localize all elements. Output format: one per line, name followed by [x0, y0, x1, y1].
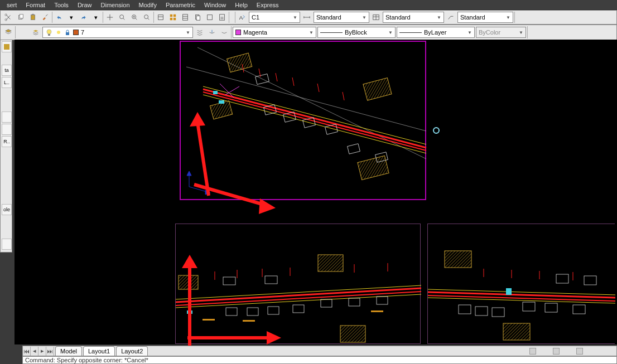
tab-layout2[interactable]: Layout2 — [116, 346, 148, 356]
hscroll[interactable] — [529, 348, 616, 355]
svg-rect-92 — [459, 305, 471, 314]
redo-icon[interactable] — [78, 12, 89, 23]
svg-point-23 — [57, 31, 60, 34]
mlead-style-icon[interactable] — [445, 12, 456, 23]
svg-marker-108 — [259, 198, 276, 214]
svg-rect-25 — [4, 44, 9, 50]
properties-toolbar: 7 ▼ Magenta ▼ ByBlock ▼ ByLayer ▼ ByColo… — [0, 25, 617, 40]
chevron-down-icon: ▼ — [186, 30, 190, 35]
mlead-style-value: Standard — [460, 14, 485, 21]
side-item[interactable] — [2, 124, 12, 135]
menu-parametric[interactable]: Parametric — [161, 2, 200, 8]
tab-nav-prev-icon[interactable]: ◂ — [31, 347, 38, 356]
side-item[interactable]: ta — [2, 65, 12, 76]
menu-format[interactable]: Format — [21, 2, 50, 8]
svg-rect-16 — [196, 16, 200, 20]
properties-icon[interactable] — [155, 12, 166, 23]
sheet-set-icon[interactable] — [192, 12, 203, 23]
side-item[interactable]: ole — [2, 204, 12, 215]
svg-rect-98 — [556, 274, 568, 283]
menu-dimension[interactable]: Dimension — [97, 2, 134, 8]
color-name: Magenta — [243, 29, 267, 36]
tab-layout1[interactable]: Layout1 — [83, 346, 115, 356]
scroll-thumb[interactable] — [553, 348, 560, 355]
svg-rect-52 — [219, 100, 224, 104]
svg-rect-69 — [293, 305, 304, 313]
side-item[interactable] — [2, 111, 12, 123]
side-item[interactable]: L.. — [2, 77, 12, 88]
svg-marker-112 — [267, 331, 281, 344]
svg-rect-91 — [503, 323, 530, 340]
tab-nav-next-icon[interactable]: ▸ — [38, 347, 46, 356]
plotstyle-dropdown[interactable]: ByColor ▼ — [476, 27, 526, 38]
layer-properties-icon[interactable] — [3, 27, 14, 38]
match-properties-icon[interactable] — [40, 12, 51, 23]
menu-window[interactable]: Window — [200, 2, 230, 8]
dim-style-icon[interactable] — [301, 12, 312, 23]
text-style-icon[interactable]: A — [237, 12, 248, 23]
svg-line-49 — [343, 92, 344, 100]
tab-nav-first-icon[interactable]: ⏮ — [23, 347, 31, 356]
caret-down-icon[interactable]: ▾ — [66, 12, 77, 23]
svg-rect-41 — [348, 144, 360, 154]
menu-tools[interactable]: Tools — [50, 2, 73, 8]
cursor-icon — [433, 127, 440, 134]
svg-rect-32 — [227, 53, 252, 72]
svg-rect-73 — [223, 277, 235, 285]
menu-draw[interactable]: Draw — [73, 2, 97, 8]
caret-down-icon[interactable]: ▾ — [90, 12, 102, 23]
scroll-left-icon[interactable] — [529, 348, 536, 355]
side-item[interactable]: R.. — [2, 136, 12, 147]
layer-list-icon[interactable] — [30, 27, 41, 38]
text-style-dropdown[interactable]: C1 ▼ — [249, 12, 300, 23]
tab-model[interactable]: Model — [55, 346, 82, 356]
menu-express[interactable]: Express — [252, 2, 283, 8]
command-text: Command: Specify opposite corner: *Cance… — [25, 357, 148, 363]
scroll-right-icon[interactable] — [576, 348, 583, 355]
chevron-down-icon: ▼ — [467, 30, 472, 35]
layer-previous-icon[interactable] — [206, 27, 218, 38]
undo-icon[interactable] — [54, 12, 65, 23]
tab-nav-last-icon[interactable]: ⏭ — [46, 347, 54, 356]
svg-rect-5 — [32, 14, 34, 16]
layout-tab-bar: ⏮ ◂ ▸ ⏭ Model Layout1 Layout2 — [22, 346, 617, 356]
svg-rect-95 — [523, 302, 535, 311]
cut-icon[interactable] — [3, 12, 14, 23]
table-style-dropdown[interactable]: Standard ▼ — [383, 12, 444, 23]
tool-palettes-icon[interactable] — [180, 12, 191, 23]
zoom-window-icon[interactable] — [129, 12, 140, 23]
command-line[interactable]: Command: Specify opposite corner: *Cance… — [22, 356, 617, 364]
svg-rect-11 — [173, 14, 176, 17]
linetype-dropdown[interactable]: ByBlock ▼ — [317, 27, 396, 38]
copy-icon[interactable] — [15, 12, 26, 23]
menu-modify[interactable]: Modify — [134, 2, 161, 8]
design-center-icon[interactable] — [167, 12, 179, 23]
layer-match-icon[interactable] — [219, 27, 230, 38]
zoom-previous-icon[interactable] — [141, 12, 152, 23]
lineweight-name: ByLayer — [424, 29, 446, 36]
dim-style-dropdown[interactable]: Standard ▼ — [314, 12, 369, 23]
svg-rect-97 — [573, 305, 585, 314]
svg-text:A: A — [239, 14, 243, 21]
side-item[interactable] — [2, 239, 12, 250]
viewport-bottom-right[interactable] — [427, 224, 615, 344]
lineweight-dropdown[interactable]: ByLayer ▼ — [397, 27, 475, 38]
markup-icon[interactable] — [204, 12, 215, 23]
mlead-style-dropdown[interactable]: Standard ▼ — [457, 12, 513, 23]
pan-icon[interactable] — [104, 12, 115, 23]
zoom-realtime-icon[interactable] — [117, 12, 128, 23]
linetype-preview — [320, 32, 343, 33]
paste-icon[interactable] — [27, 12, 38, 23]
svg-rect-34 — [358, 156, 389, 179]
drawing-canvas[interactable] — [15, 40, 617, 344]
menu-insert[interactable]: sert — [2, 2, 21, 8]
table-style-icon[interactable] — [370, 12, 382, 23]
svg-rect-84 — [371, 310, 383, 312]
svg-rect-70 — [321, 299, 332, 307]
color-dropdown[interactable]: Magenta ▼ — [233, 27, 316, 38]
palette-icon[interactable] — [2, 41, 12, 52]
layer-dropdown[interactable]: 7 ▼ — [42, 27, 193, 38]
menu-help[interactable]: Help — [230, 2, 252, 8]
layer-state-icon[interactable] — [194, 27, 205, 38]
quickcalc-icon[interactable] — [216, 12, 228, 23]
